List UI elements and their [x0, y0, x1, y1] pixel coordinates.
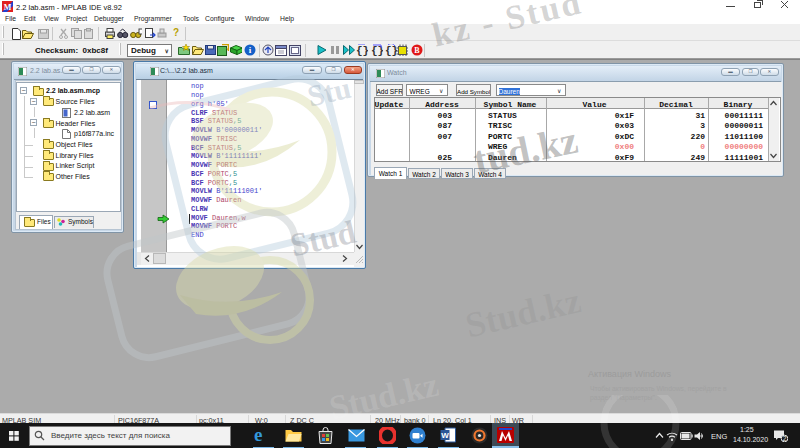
svg-text:B: B — [414, 46, 420, 55]
svg-text:M: M — [4, 3, 12, 12]
svg-text:{}: {} — [356, 45, 368, 56]
svg-text:2: 2 — [783, 435, 787, 442]
svg-text:W: W — [441, 431, 449, 440]
